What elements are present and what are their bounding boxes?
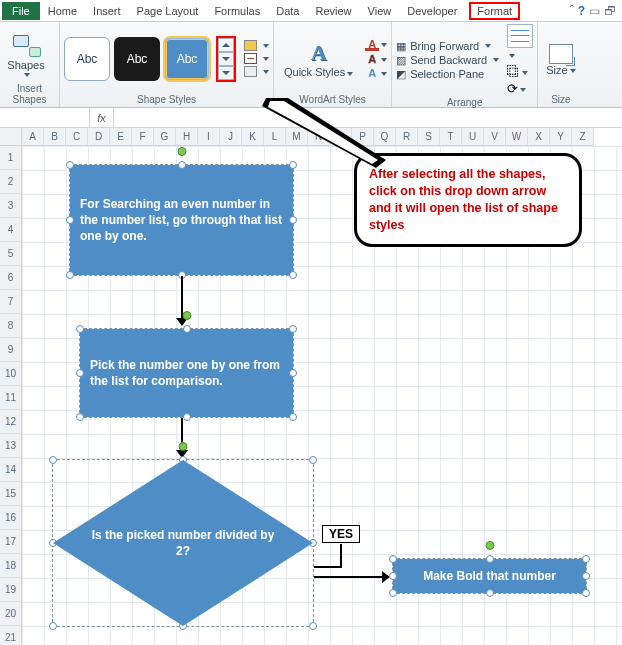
shape-outline-button[interactable]	[244, 53, 269, 64]
connector-elbow[interactable]	[314, 576, 384, 578]
quick-styles-button[interactable]: A Quick Styles	[278, 38, 359, 78]
row-header[interactable]: 16	[0, 506, 22, 530]
row-header[interactable]: 17	[0, 530, 22, 554]
window-max-icon[interactable]: 🗗	[604, 4, 616, 18]
col-header[interactable]: I	[198, 128, 220, 146]
connector-elbow[interactable]	[314, 566, 342, 568]
row-header[interactable]: 5	[0, 242, 22, 266]
tab-view[interactable]: View	[360, 2, 400, 20]
rotate-button[interactable]: ⟳	[507, 81, 533, 96]
col-header[interactable]: J	[220, 128, 242, 146]
text-effects-button[interactable]: A	[365, 67, 387, 79]
col-header[interactable]: H	[176, 128, 198, 146]
tab-insert[interactable]: Insert	[85, 2, 129, 20]
shape-fill-button[interactable]	[244, 40, 269, 51]
row-header[interactable]: 1	[0, 146, 22, 170]
name-box[interactable]	[0, 108, 90, 127]
row-header[interactable]: 7	[0, 290, 22, 314]
size-button[interactable]: Size	[542, 42, 579, 76]
flowchart-decision[interactable]: Is the picked number divided by 2?	[52, 459, 314, 627]
annotation-callout[interactable]: After selecting all the shapes, click on…	[354, 153, 582, 247]
row-header[interactable]: 14	[0, 458, 22, 482]
row-header[interactable]: 6	[0, 266, 22, 290]
row-header[interactable]: 13	[0, 434, 22, 458]
col-header[interactable]: Y	[550, 128, 572, 146]
row-header[interactable]: 12	[0, 410, 22, 434]
gallery-up-icon[interactable]	[218, 38, 234, 52]
shape-styles-gallery-dropdown[interactable]	[216, 36, 236, 82]
row-header[interactable]: 4	[0, 218, 22, 242]
shape-style-preset-1[interactable]: Abc	[64, 37, 110, 81]
select-all-corner[interactable]	[0, 128, 22, 146]
gallery-more-icon[interactable]	[218, 66, 234, 80]
col-header[interactable]: X	[528, 128, 550, 146]
send-backward-button[interactable]: ▨Send Backward	[396, 54, 499, 67]
row-header[interactable]: 15	[0, 482, 22, 506]
group-button[interactable]: ⿻	[507, 64, 533, 79]
tab-file[interactable]: File	[2, 2, 40, 20]
chevron-down-icon	[493, 58, 499, 62]
window-restore-icon[interactable]: ▭	[589, 4, 600, 18]
chevron-down-icon	[263, 57, 269, 61]
chevron-down-icon	[381, 72, 387, 76]
col-header[interactable]: B	[44, 128, 66, 146]
row-header[interactable]: 8	[0, 314, 22, 338]
col-header[interactable]: E	[110, 128, 132, 146]
col-header[interactable]: S	[418, 128, 440, 146]
flowchart-process-2[interactable]: Pick the number one by one from the list…	[79, 328, 294, 418]
shape-effects-button[interactable]	[244, 66, 269, 77]
col-header[interactable]: C	[66, 128, 88, 146]
col-header[interactable]: W	[506, 128, 528, 146]
help-icon[interactable]: ?	[578, 4, 585, 18]
col-header[interactable]: R	[396, 128, 418, 146]
row-header[interactable]: 10	[0, 362, 22, 386]
ribbon: Shapes Insert Shapes Abc Abc Abc Shape S…	[0, 22, 622, 108]
fx-icon[interactable]: fx	[90, 108, 114, 127]
col-header[interactable]: D	[88, 128, 110, 146]
selection-pane-button[interactable]: ◩Selection Pane	[396, 68, 499, 81]
flowchart-result[interactable]: Make Bold that number	[392, 558, 587, 594]
size-icon	[549, 44, 573, 64]
shapes-button[interactable]: Shapes	[4, 29, 48, 77]
connector-elbow[interactable]	[340, 544, 342, 568]
tab-home[interactable]: Home	[40, 2, 85, 20]
outline-icon	[244, 53, 257, 64]
tab-developer[interactable]: Developer	[399, 2, 465, 20]
gallery-down-icon[interactable]	[218, 52, 234, 66]
quick-styles-label: Quick Styles	[284, 66, 353, 78]
decision-yes-label[interactable]: YES	[322, 525, 360, 543]
flowchart-result-text: Make Bold that number	[393, 559, 586, 593]
chevron-down-icon	[381, 58, 387, 62]
flowchart-process-1[interactable]: For Searching an even number in the numb…	[69, 164, 294, 276]
align-button[interactable]	[507, 24, 533, 62]
row-header[interactable]: 9	[0, 338, 22, 362]
shapes-icon	[11, 33, 41, 57]
row-header[interactable]: 2	[0, 170, 22, 194]
row-header[interactable]: 11	[0, 386, 22, 410]
row-header[interactable]: 21	[0, 626, 22, 645]
send-backward-icon: ▨	[396, 54, 406, 67]
col-header[interactable]: G	[154, 128, 176, 146]
tab-format[interactable]: Format	[469, 2, 520, 20]
col-header[interactable]: V	[484, 128, 506, 146]
col-header[interactable]: U	[462, 128, 484, 146]
shape-style-preset-2[interactable]: Abc	[114, 37, 160, 81]
row-header[interactable]: 3	[0, 194, 22, 218]
tab-page-layout[interactable]: Page Layout	[129, 2, 207, 20]
text-fill-button[interactable]: A	[365, 38, 387, 52]
col-header[interactable]: Z	[572, 128, 594, 146]
col-header[interactable]: A	[22, 128, 44, 146]
tab-formulas[interactable]: Formulas	[206, 2, 268, 20]
col-header[interactable]: T	[440, 128, 462, 146]
ribbon-minimize-icon[interactable]: ˆ	[570, 4, 574, 18]
row-header[interactable]: 18	[0, 554, 22, 578]
shape-style-preset-3-selected[interactable]: Abc	[164, 37, 210, 81]
text-outline-button[interactable]: A	[365, 53, 387, 65]
tab-data[interactable]: Data	[268, 2, 307, 20]
row-header[interactable]: 19	[0, 578, 22, 602]
bring-forward-button[interactable]: ▦Bring Forward	[396, 40, 499, 53]
row-header[interactable]: 20	[0, 602, 22, 626]
tab-review[interactable]: Review	[307, 2, 359, 20]
col-header[interactable]: F	[132, 128, 154, 146]
cells-area[interactable]: For Searching an even number in the numb…	[22, 146, 622, 645]
